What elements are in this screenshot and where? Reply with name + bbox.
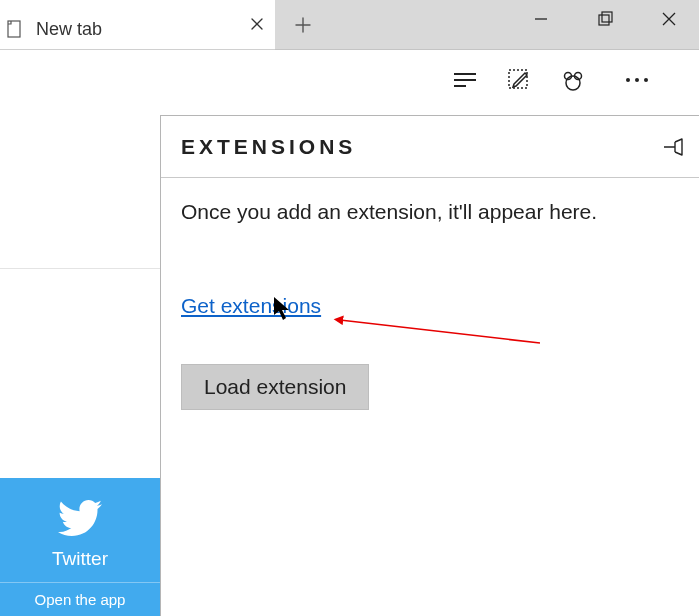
- new-tab-button[interactable]: [275, 0, 331, 50]
- flyout-header: EXTENSIONS: [161, 116, 699, 178]
- hub-button[interactable]: [443, 58, 487, 102]
- content-divider: [0, 268, 160, 269]
- tile-body: Twitter: [0, 478, 160, 582]
- svg-point-7: [626, 78, 630, 82]
- tile-open-app[interactable]: Open the app: [0, 582, 160, 616]
- tab-close-button[interactable]: [243, 10, 271, 38]
- svg-point-9: [644, 78, 648, 82]
- load-extension-button[interactable]: Load extension: [181, 364, 369, 410]
- toolbar: [0, 50, 699, 106]
- window-maximize-button[interactable]: [575, 0, 635, 38]
- tile-label: Twitter: [0, 548, 160, 570]
- svg-rect-1: [599, 15, 609, 25]
- extensions-flyout: EXTENSIONS Once you add an extension, it…: [160, 115, 699, 616]
- twitter-tile[interactable]: Twitter Open the app: [0, 478, 160, 616]
- more-button[interactable]: [615, 58, 659, 102]
- svg-point-4: [566, 76, 580, 90]
- share-button[interactable]: [551, 58, 595, 102]
- browser-tab[interactable]: New tab: [6, 8, 102, 50]
- window-close-button[interactable]: [639, 0, 699, 38]
- tab-strip: New tab: [0, 0, 275, 50]
- svg-rect-0: [8, 21, 20, 37]
- extensions-empty-text: Once you add an extension, it'll appear …: [181, 200, 679, 224]
- svg-point-8: [635, 78, 639, 82]
- tab-title: New tab: [36, 19, 102, 40]
- title-bar: New tab: [0, 0, 699, 50]
- get-extensions-link[interactable]: Get extensions: [181, 294, 321, 318]
- twitter-icon: [56, 498, 104, 538]
- web-note-button[interactable]: [497, 58, 541, 102]
- page-icon: [6, 20, 24, 38]
- tab-strip-inactive: [275, 0, 699, 50]
- pin-button[interactable]: [657, 130, 691, 164]
- flyout-body: Once you add an extension, it'll appear …: [161, 178, 699, 432]
- svg-rect-2: [602, 12, 612, 22]
- flyout-title: EXTENSIONS: [181, 135, 356, 159]
- window-minimize-button[interactable]: [511, 0, 571, 38]
